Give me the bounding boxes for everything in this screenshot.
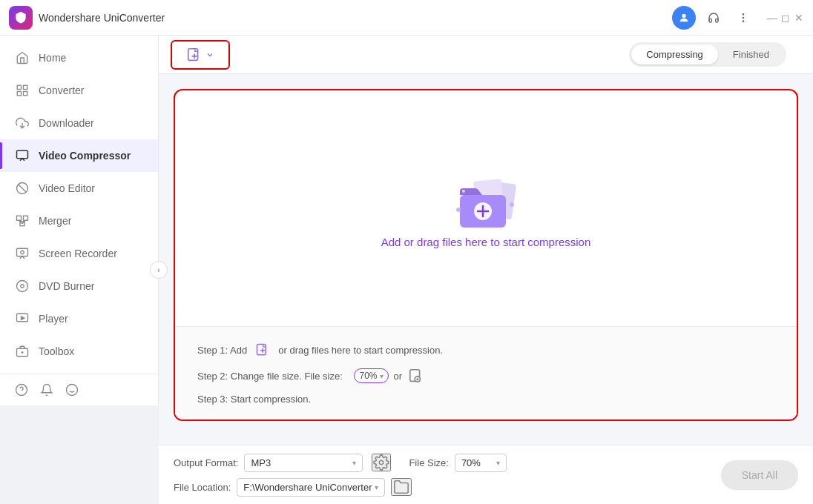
svg-point-38 bbox=[456, 208, 461, 212]
screen-recorder-icon bbox=[15, 246, 30, 261]
sidebar-item-converter[interactable]: Converter bbox=[0, 74, 158, 107]
file-location-label: File Location: bbox=[174, 482, 231, 493]
sidebar-label-video-editor: Video Editor bbox=[39, 182, 95, 194]
output-format-settings-button[interactable] bbox=[372, 454, 391, 471]
svg-rect-6 bbox=[24, 92, 27, 96]
sidebar-item-dvd-burner[interactable]: DVD Burner bbox=[0, 270, 158, 302]
svg-point-44 bbox=[380, 460, 384, 465]
sidebar-item-screen-recorder[interactable]: Screen Recorder bbox=[0, 237, 158, 270]
sidebar-bottom bbox=[0, 374, 158, 405]
sidebar-label-toolbox: Toolbox bbox=[39, 345, 74, 357]
svg-rect-4 bbox=[17, 85, 21, 89]
file-size-inline-value: 70% bbox=[359, 371, 377, 381]
sidebar-wrapper: Home Converter bbox=[0, 36, 159, 504]
svg-point-19 bbox=[17, 281, 28, 292]
sidebar-item-toolbox[interactable]: Toolbox bbox=[0, 335, 158, 368]
step2-row: Step 2: Change file size. File size: 70%… bbox=[197, 367, 774, 385]
open-folder-button[interactable] bbox=[391, 478, 412, 496]
title-bar-controls: — ◻ ✕ bbox=[672, 6, 804, 30]
sidebar-label-downloader: Downloader bbox=[39, 117, 94, 129]
settings-icon[interactable] bbox=[406, 367, 426, 385]
svg-point-39 bbox=[510, 202, 514, 207]
file-size-value: 70% bbox=[461, 457, 481, 468]
help-button[interactable] bbox=[15, 383, 28, 397]
step3-row: Step 3: Start compression. bbox=[197, 394, 774, 405]
sidebar-label-converter: Converter bbox=[39, 84, 84, 96]
file-size-label: File Size: bbox=[409, 457, 448, 468]
dvd-burner-icon bbox=[15, 279, 30, 294]
maximize-button[interactable]: ◻ bbox=[780, 13, 791, 23]
file-location-row: File Location: F:\Wondershare UniConvert… bbox=[174, 478, 507, 497]
chevron-down-icon: ▾ bbox=[352, 459, 356, 467]
sidebar-label-merger: Merger bbox=[39, 215, 71, 227]
sidebar-item-video-compressor[interactable]: Video Compressor bbox=[0, 139, 158, 172]
converter-icon bbox=[15, 83, 30, 98]
svg-rect-41 bbox=[257, 345, 266, 355]
output-format-value: MP3 bbox=[251, 457, 271, 468]
step1-add-icon bbox=[253, 342, 272, 358]
chevron-down-icon: ▾ bbox=[496, 459, 500, 467]
sidebar-item-home[interactable]: Home bbox=[0, 42, 158, 74]
collapse-sidebar-button[interactable]: ‹ bbox=[150, 261, 168, 279]
svg-point-0 bbox=[682, 13, 685, 17]
svg-point-28 bbox=[67, 385, 78, 396]
sidebar-item-player[interactable]: Player bbox=[0, 302, 158, 335]
svg-point-26 bbox=[16, 385, 27, 396]
svg-point-18 bbox=[21, 251, 24, 254]
headset-button[interactable] bbox=[702, 6, 725, 30]
file-location-select[interactable]: F:\Wondershare UniConverter ▾ bbox=[237, 478, 385, 497]
notification-button[interactable] bbox=[40, 383, 53, 397]
chevron-down-icon: ▾ bbox=[380, 372, 384, 380]
svg-point-40 bbox=[462, 190, 465, 193]
sidebar-nav: Home Converter bbox=[0, 36, 158, 374]
step1-prefix: Step 1: Add bbox=[197, 345, 247, 356]
svg-rect-17 bbox=[17, 248, 28, 256]
merger-icon bbox=[15, 213, 30, 228]
menu-button[interactable] bbox=[731, 6, 755, 30]
svg-point-3 bbox=[743, 21, 743, 21]
sidebar-label-home: Home bbox=[39, 52, 66, 64]
account-button[interactable] bbox=[672, 6, 696, 30]
svg-line-11 bbox=[19, 185, 27, 193]
sidebar-label-video-compressor: Video Compressor bbox=[39, 150, 131, 162]
step1-suffix: or drag files here to start compression. bbox=[278, 345, 443, 356]
step2-or: or bbox=[393, 371, 402, 382]
file-location-value: F:\Wondershare UniConverter bbox=[243, 482, 372, 493]
sidebar: Home Converter bbox=[0, 36, 159, 405]
main-content: Add or drag files here to start compress… bbox=[159, 74, 813, 445]
output-format-select[interactable]: MP3 ▾ bbox=[244, 454, 363, 472]
feedback-button[interactable] bbox=[65, 383, 79, 397]
minimize-button[interactable]: — bbox=[767, 13, 777, 23]
sidebar-item-downloader[interactable]: Downloader bbox=[0, 107, 158, 139]
top-toolbar: Compressing Finished bbox=[159, 36, 813, 74]
tab-finished[interactable]: Finished bbox=[718, 44, 784, 64]
file-size-inline-select[interactable]: 70% ▾ bbox=[354, 368, 389, 383]
drop-zone-lower: Step 1: Add or drag files here to start … bbox=[175, 327, 797, 420]
file-size-select[interactable]: 70% ▾ bbox=[455, 454, 507, 472]
sidebar-item-video-editor[interactable]: Video Editor bbox=[0, 172, 158, 205]
tab-compressing[interactable]: Compressing bbox=[631, 44, 718, 64]
drop-zone-container[interactable]: Add or drag files here to start compress… bbox=[174, 89, 798, 421]
drop-zone-text: Add or drag files here to start compress… bbox=[381, 236, 591, 248]
start-all-button[interactable]: Start All bbox=[721, 460, 798, 490]
tab-group: Compressing Finished bbox=[629, 42, 786, 67]
drop-zone-folder-icon bbox=[445, 169, 527, 236]
video-editor-icon bbox=[15, 181, 30, 196]
output-format-row: Output Format: MP3 ▾ File Size: 70% ▾ bbox=[174, 454, 507, 472]
step3-text: Step 3: Start compression. bbox=[197, 394, 311, 405]
drop-zone-upper[interactable]: Add or drag files here to start compress… bbox=[175, 90, 797, 327]
svg-rect-31 bbox=[188, 48, 198, 60]
sidebar-item-merger[interactable]: Merger bbox=[0, 205, 158, 237]
step1-row: Step 1: Add or drag files here to start … bbox=[197, 342, 774, 358]
svg-point-20 bbox=[21, 285, 24, 288]
svg-marker-22 bbox=[22, 316, 25, 320]
close-button[interactable]: ✕ bbox=[794, 13, 804, 23]
step2-prefix: Step 2: Change file size. File size: bbox=[197, 371, 343, 382]
downloader-icon bbox=[15, 116, 30, 130]
output-format-label: Output Format: bbox=[174, 457, 238, 468]
add-file-button[interactable] bbox=[171, 40, 230, 70]
svg-rect-9 bbox=[17, 150, 28, 159]
bottom-fields-group: Output Format: MP3 ▾ File Size: 70% ▾ bbox=[174, 454, 507, 497]
app-title: Wondershare UniConverter bbox=[39, 12, 672, 24]
sidebar-label-dvd-burner: DVD Burner bbox=[39, 280, 94, 292]
